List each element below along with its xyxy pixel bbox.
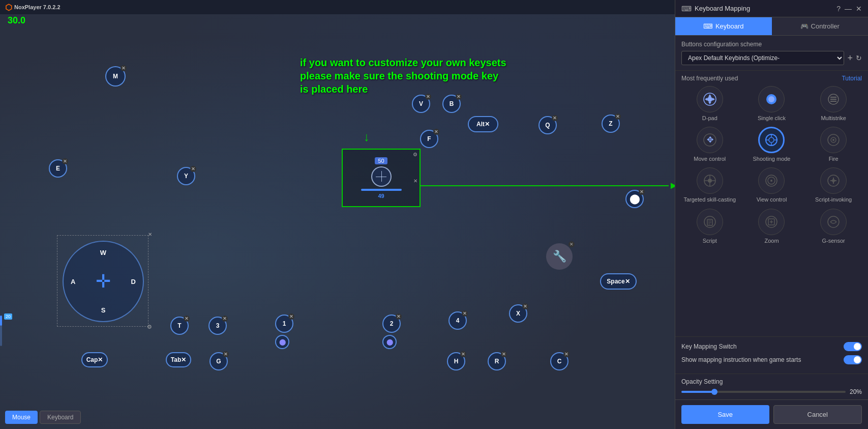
script-label: Script bbox=[703, 238, 717, 244]
key-m[interactable]: M✕ bbox=[105, 66, 126, 87]
key-z[interactable]: Z✕ bbox=[602, 115, 620, 133]
close-btn[interactable]: ✕ bbox=[856, 5, 862, 13]
save-button[interactable]: Save bbox=[681, 405, 769, 424]
tab-keyboard[interactable]: ⌨ Keyboard bbox=[675, 17, 772, 35]
crosshair-icon bbox=[371, 166, 392, 187]
control-gsensor[interactable]: G-sensor bbox=[805, 209, 862, 244]
shooting-settings-icon[interactable]: ⚙ bbox=[413, 152, 417, 157]
show-mapping-toggle[interactable] bbox=[844, 355, 862, 364]
control-dpad[interactable]: D-pad bbox=[681, 86, 738, 122]
key-a: A bbox=[71, 278, 75, 285]
control-targeted[interactable]: Targeted skill-casting bbox=[681, 167, 738, 203]
opacity-slider[interactable] bbox=[681, 391, 846, 393]
mouse-mode-btn[interactable]: Mouse bbox=[5, 411, 38, 424]
key-1-close[interactable]: ✕ bbox=[288, 313, 294, 320]
minimize-btn[interactable]: — bbox=[845, 5, 852, 13]
shooting-mode-box[interactable]: ✕ 50 ⚙ 49 bbox=[342, 149, 421, 207]
key-d: D bbox=[131, 278, 136, 285]
key-mapping-toggle[interactable] bbox=[844, 342, 862, 351]
key-mapping-switch-label: Key Mapping Switch bbox=[681, 343, 844, 350]
key-tab[interactable]: Tab✕ bbox=[166, 352, 191, 367]
panel-header-actions: ? — ✕ bbox=[836, 5, 862, 13]
key-x-close[interactable]: ✕ bbox=[522, 303, 528, 309]
key-y-close[interactable]: ✕ bbox=[190, 166, 196, 172]
svg-point-7 bbox=[768, 96, 774, 102]
key-e-close[interactable]: ✕ bbox=[62, 158, 68, 164]
shooting-close-btn[interactable]: ✕ bbox=[413, 178, 417, 184]
key-w: W bbox=[100, 249, 106, 256]
config-select[interactable]: Apex Default Keybinds (Optimize- bbox=[681, 51, 844, 65]
key-cap[interactable]: Cap✕ bbox=[81, 352, 108, 367]
key-3-close[interactable]: ✕ bbox=[222, 316, 228, 322]
key-g[interactable]: G✕ bbox=[209, 352, 228, 370]
key-alt[interactable]: Alt✕ bbox=[468, 116, 498, 132]
control-single-click[interactable]: Single click bbox=[743, 86, 800, 122]
config-refresh-btn[interactable]: ↻ bbox=[856, 54, 862, 62]
tab-controller[interactable]: 🎮 Controller bbox=[772, 17, 869, 35]
key-r[interactable]: R✕ bbox=[488, 352, 506, 370]
key-2[interactable]: 2✕ bbox=[382, 314, 401, 333]
key-space[interactable]: Space✕ bbox=[600, 273, 637, 290]
key-mapping-switch-row: Key Mapping Switch bbox=[681, 342, 862, 351]
opacity-row: 20% bbox=[681, 388, 862, 395]
tutorial-link[interactable]: Tutorial bbox=[842, 75, 862, 82]
tool-icon[interactable]: 🔧 ✕ bbox=[546, 243, 573, 270]
key-t-close[interactable]: ✕ bbox=[184, 316, 190, 322]
wasd-settings-btn[interactable]: ⚙ bbox=[147, 324, 152, 330]
key-4[interactable]: 4✕ bbox=[448, 311, 467, 330]
key-alt-close[interactable]: ✕ bbox=[485, 121, 490, 128]
key-circle1[interactable]: ⬤ ✕ bbox=[625, 190, 644, 208]
key-x[interactable]: X✕ bbox=[509, 304, 527, 323]
key-m-close[interactable]: ✕ bbox=[121, 65, 127, 71]
key-1[interactable]: 1✕ bbox=[275, 314, 293, 333]
move-control-label: Move control bbox=[694, 156, 726, 162]
wasd-close-btn[interactable]: ✕ bbox=[148, 232, 152, 237]
key-y[interactable]: Y✕ bbox=[177, 167, 195, 185]
script-icon bbox=[697, 209, 723, 235]
key-f-close[interactable]: ✕ bbox=[433, 129, 439, 135]
fire-label: Fire bbox=[829, 156, 839, 162]
scroll-handle bbox=[0, 316, 2, 326]
control-script-invoking[interactable]: Script-invoking bbox=[805, 167, 862, 203]
control-shooting[interactable]: Shooting mode bbox=[743, 127, 800, 162]
show-mapping-row: Show mapping instruction when game start… bbox=[681, 355, 862, 364]
cancel-button[interactable]: Cancel bbox=[773, 405, 862, 424]
key-q[interactable]: Q✕ bbox=[538, 116, 557, 134]
keyboard-mode-btn[interactable]: Keyboard bbox=[40, 411, 81, 424]
control-script[interactable]: Script bbox=[681, 209, 738, 244]
key-cap-close[interactable]: ✕ bbox=[98, 356, 103, 363]
key-e[interactable]: E✕ bbox=[49, 159, 67, 178]
key-t[interactable]: T✕ bbox=[170, 317, 189, 335]
key-b[interactable]: B✕ bbox=[442, 95, 461, 113]
key-space-close[interactable]: ✕ bbox=[625, 278, 630, 285]
key-c[interactable]: C✕ bbox=[550, 352, 568, 370]
panel-title-text: Keyboard Mapping bbox=[695, 5, 750, 12]
key-2-close[interactable]: ✕ bbox=[396, 313, 402, 320]
control-move[interactable]: ✥ Move control bbox=[681, 127, 738, 162]
key-tab-close[interactable]: ✕ bbox=[181, 356, 186, 363]
wasd-control-area[interactable]: ✕ ⚙ ✛ W A S D bbox=[57, 235, 148, 327]
help-btn[interactable]: ? bbox=[836, 5, 841, 13]
key-r-close[interactable]: ✕ bbox=[501, 351, 507, 357]
key-g-close[interactable]: ✕ bbox=[223, 351, 229, 357]
svg-point-1 bbox=[707, 97, 712, 102]
control-zoom[interactable]: Zoom bbox=[743, 209, 800, 244]
key-c-close[interactable]: ✕ bbox=[563, 351, 570, 357]
key-f[interactable]: F✕ bbox=[420, 130, 438, 148]
config-add-btn[interactable]: + bbox=[847, 53, 853, 64]
control-view[interactable]: View control bbox=[743, 167, 800, 203]
key-q-close[interactable]: ✕ bbox=[552, 115, 558, 121]
key-h-close[interactable]: ✕ bbox=[460, 351, 466, 357]
show-mapping-label: Show mapping instruction when game start… bbox=[681, 356, 844, 363]
control-multistrike[interactable]: Multistrike bbox=[805, 86, 862, 122]
key-s: S bbox=[101, 306, 106, 314]
key-3[interactable]: 3✕ bbox=[208, 317, 227, 335]
key-z-close[interactable]: ✕ bbox=[615, 113, 621, 120]
opacity-slider-handle[interactable] bbox=[711, 389, 717, 395]
key-v[interactable]: V✕ bbox=[412, 95, 430, 113]
key-h[interactable]: H✕ bbox=[447, 352, 465, 370]
key-4-close[interactable]: ✕ bbox=[462, 310, 468, 317]
tool-close[interactable]: ✕ bbox=[568, 241, 575, 247]
gsensor-label: G-sensor bbox=[822, 238, 845, 244]
control-fire[interactable]: Fire bbox=[805, 127, 862, 162]
